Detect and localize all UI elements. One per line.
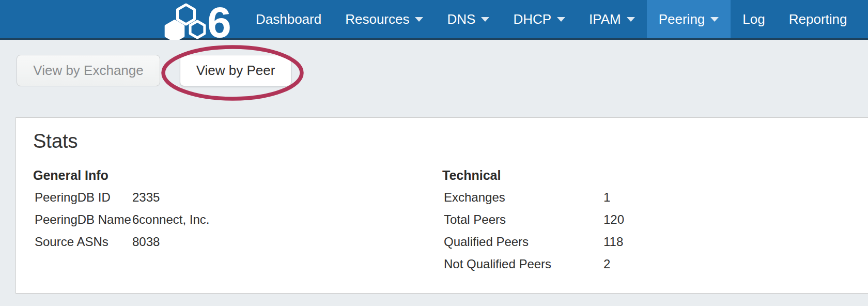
chevron-down-icon (627, 17, 635, 22)
nav-item-log[interactable]: Log (731, 0, 777, 38)
nav-item-resources[interactable]: Resources (333, 0, 435, 38)
stat-value: 2 (603, 253, 624, 275)
nav-label: Peering (659, 11, 705, 27)
chevron-down-icon (710, 17, 719, 22)
nav-item-dashboard[interactable]: Dashboard (244, 0, 333, 38)
nav-item-reporting[interactable]: Reporting (777, 0, 859, 38)
nav-label: Dashboard (256, 11, 321, 27)
nav-label: IPAM (589, 11, 621, 27)
stat-value: 120 (603, 208, 624, 231)
stat-label: Qualified Peers (442, 231, 603, 253)
technical-section: Technical Exchanges 1 Total Peers 120 Qu… (442, 166, 624, 275)
nav-label: Resources (345, 11, 409, 27)
chevron-down-icon (415, 17, 423, 22)
stat-row: Exchanges 1 (442, 186, 624, 208)
chevron-down-icon (557, 17, 565, 22)
nav-item-dns[interactable]: DNS (435, 0, 501, 38)
stat-value: 2335 (132, 186, 209, 208)
logo-six-text: 6 (207, 3, 231, 40)
stat-row: Source ASNs 8038 (33, 231, 209, 253)
general-info-heading: General Info (33, 166, 209, 184)
nav-item-dhcp[interactable]: DHCP (501, 0, 577, 38)
stat-label: PeeringDB ID (33, 186, 132, 208)
view-by-peer-button[interactable]: View by Peer (180, 55, 291, 86)
6connect-logo[interactable]: 6 (159, 3, 237, 40)
top-navbar: 6 Dashboard Resources DNS DHCP IPAM Peer… (0, 0, 868, 40)
stat-value: 6connect, Inc. (132, 208, 209, 231)
stat-value: 8038 (132, 231, 209, 253)
nav-label: Reporting (789, 11, 847, 27)
main-nav: Dashboard Resources DNS DHCP IPAM Peerin… (244, 0, 859, 38)
stat-row: Total Peers 120 (442, 208, 624, 231)
nav-label: DHCP (513, 11, 551, 27)
stat-row: Qualified Peers 118 (442, 231, 624, 253)
general-info-section: General Info PeeringDB ID 2335 PeeringDB… (33, 166, 209, 253)
general-info-table: PeeringDB ID 2335 PeeringDB Name 6connec… (33, 186, 209, 253)
stat-row: Not Qualified Peers 2 (442, 253, 624, 275)
stat-label: Exchanges (442, 186, 603, 208)
logo-hexagons-icon (166, 5, 205, 40)
stat-label: Not Qualified Peers (442, 253, 603, 275)
stat-label: Source ASNs (33, 231, 132, 253)
stat-value: 118 (603, 231, 624, 253)
technical-heading: Technical (442, 166, 624, 184)
stat-row: PeeringDB Name 6connect, Inc. (33, 208, 209, 231)
stat-label: PeeringDB Name (33, 208, 132, 231)
view-by-exchange-button[interactable]: View by Exchange (17, 55, 160, 86)
nav-label: DNS (447, 11, 475, 27)
technical-table: Exchanges 1 Total Peers 120 Qualified Pe… (442, 186, 624, 275)
nav-label: Log (742, 11, 765, 27)
nav-item-ipam[interactable]: IPAM (577, 0, 647, 38)
nav-item-peering[interactable]: Peering (647, 0, 731, 38)
stat-label: Total Peers (442, 208, 603, 231)
stats-card: Stats General Info PeeringDB ID 2335 Pee… (16, 117, 868, 294)
stat-value: 1 (603, 186, 624, 208)
chevron-down-icon (481, 17, 489, 22)
stats-title: Stats (33, 131, 78, 151)
stat-row: PeeringDB ID 2335 (33, 186, 209, 208)
